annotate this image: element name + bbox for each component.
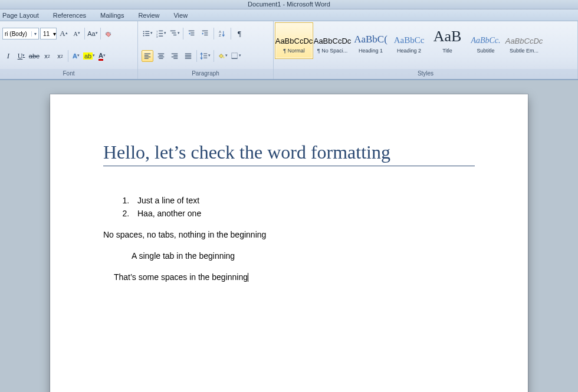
style-tile-subtitle[interactable]: AaBbCc.Subtitle — [467, 22, 505, 59]
numbering-icon: 123 — [156, 29, 164, 38]
document-title[interactable]: Hello, let’s check the word formatting — [103, 141, 475, 166]
svg-point-2 — [143, 33, 144, 34]
style-preview: AaBbCc — [394, 28, 425, 45]
svg-rect-10 — [159, 31, 163, 31]
line-spacing-button[interactable]: ▾ — [199, 50, 211, 62]
svg-rect-31 — [159, 58, 163, 59]
clear-formatting-button[interactable] — [103, 28, 114, 39]
style-tile--no-spaci-[interactable]: AaBbCcDc¶ No Spaci... — [313, 22, 352, 59]
shrink-font-button[interactable]: A▾ — [71, 28, 83, 39]
align-left-icon — [143, 52, 152, 60]
svg-rect-27 — [144, 58, 149, 59]
style-preview: AaBbCcDc — [314, 28, 352, 45]
ribbon-tabs: Page Layout References Mailings Review V… — [0, 9, 578, 21]
svg-rect-28 — [158, 54, 165, 54]
svg-rect-42 — [203, 58, 207, 58]
svg-rect-38 — [185, 57, 192, 57]
font-color-button[interactable]: A▾ — [96, 50, 108, 62]
svg-text:3: 3 — [156, 35, 158, 38]
dropdown-icon: ▾ — [31, 31, 38, 37]
sort-button[interactable]: AZ — [216, 28, 228, 39]
tab-references[interactable]: References — [53, 12, 86, 19]
style-caption: Subtle Em... — [505, 48, 543, 54]
shading-button[interactable]: ▾ — [216, 50, 228, 62]
svg-rect-4 — [145, 31, 149, 32]
subscript-button[interactable]: x2 — [41, 50, 53, 62]
numbering-button[interactable]: 123▾ — [155, 28, 167, 39]
align-justify-icon — [184, 52, 192, 60]
tab-mailings[interactable]: Mailings — [100, 12, 124, 19]
style-caption: Heading 2 — [390, 48, 428, 54]
svg-point-1 — [143, 31, 144, 32]
bullets-button[interactable]: ▾ — [142, 28, 153, 39]
svg-point-43 — [223, 57, 225, 58]
svg-rect-41 — [203, 55, 207, 56]
style-tile-heading-1[interactable]: AaBbC(Heading 1 — [352, 22, 390, 59]
tab-view[interactable]: View — [173, 12, 188, 19]
style-preview: AaBbCc. — [471, 28, 500, 45]
increase-indent-button[interactable] — [199, 28, 211, 39]
superscript-button[interactable]: x2 — [54, 50, 66, 62]
list-item[interactable]: Just a line of text — [132, 196, 475, 205]
grow-font-button[interactable]: A▴ — [58, 28, 70, 39]
svg-rect-32 — [172, 54, 178, 54]
svg-rect-12 — [159, 36, 163, 37]
svg-rect-21 — [204, 35, 208, 35]
decrease-indent-button[interactable] — [186, 28, 198, 39]
text-effects-button[interactable]: A▾ — [70, 50, 82, 62]
svg-rect-29 — [159, 55, 163, 55]
window-title: Document1 - Microsoft Word — [0, 0, 578, 8]
style-caption: ¶ Normal — [275, 48, 313, 54]
highlight-button[interactable]: ab▾ — [83, 50, 95, 62]
svg-rect-14 — [172, 32, 176, 33]
svg-point-3 — [143, 35, 144, 36]
style-tile-heading-2[interactable]: AaBbCcHeading 2 — [390, 22, 428, 59]
document-page[interactable]: Hello, let’s check the word formatting J… — [50, 94, 528, 392]
font-family-combo[interactable]: ri (Body) ▾ — [2, 28, 39, 39]
font-size-value: 11 — [43, 31, 50, 37]
style-tile-title[interactable]: AaBTitle — [428, 22, 467, 59]
text-cursor — [248, 273, 248, 282]
tab-page-layout[interactable]: Page Layout — [2, 12, 39, 19]
align-center-button[interactable] — [155, 50, 167, 62]
ribbon: ri (Body) ▾ 11 ▾ A▴ A▾ Aa▾ I U▾ ab — [0, 21, 578, 80]
ribbon-group-font: ri (Body) ▾ 11 ▾ A▴ A▾ Aa▾ I U▾ ab — [0, 21, 138, 79]
borders-button[interactable]: ▾ — [230, 50, 242, 62]
style-tile-subtle-em-[interactable]: AaBbCcDcSubtle Em... — [505, 22, 543, 59]
align-right-button[interactable] — [169, 50, 180, 62]
svg-rect-6 — [145, 35, 149, 36]
paragraph-spaces[interactable]: That’s some spaces in the beginning — [103, 272, 475, 282]
show-paragraph-marks-button[interactable]: ¶ — [234, 28, 245, 39]
strikethrough-button[interactable]: abe — [28, 50, 40, 62]
window-titlebar: Document1 - Microsoft Word — [0, 0, 578, 9]
align-left-button[interactable] — [142, 50, 153, 62]
svg-rect-13 — [170, 31, 176, 31]
document-body[interactable]: Just a line of text Haa, another one No … — [103, 196, 475, 282]
line-spacing-icon — [200, 52, 208, 60]
underline-button[interactable]: U▾ — [15, 50, 27, 62]
ribbon-group-styles: AaBbCcDc¶ NormalAaBbCcDc¶ No Spaci...AaB… — [274, 21, 578, 79]
style-caption: ¶ No Spaci... — [314, 48, 351, 54]
style-tile--normal[interactable]: AaBbCcDc¶ Normal — [275, 22, 313, 59]
multilevel-icon — [169, 29, 178, 38]
svg-rect-33 — [173, 55, 178, 55]
multilevel-button[interactable]: ▾ — [169, 28, 180, 39]
style-caption: Subtitle — [467, 48, 504, 54]
dropdown-icon: ▾ — [53, 31, 56, 37]
document-area[interactable]: Hello, let’s check the word formatting J… — [0, 80, 578, 392]
style-caption: Heading 1 — [352, 48, 389, 54]
style-preview: AaB — [434, 28, 462, 45]
paragraph-tab[interactable]: A single tab in the beginning — [103, 251, 475, 261]
svg-rect-17 — [191, 32, 194, 33]
change-case-button[interactable]: Aa▾ — [87, 28, 98, 39]
paragraph-no-space[interactable]: No spaces, no tabs, nothing in the begin… — [103, 230, 475, 239]
tab-review[interactable]: Review — [138, 12, 159, 19]
align-justify-button[interactable] — [182, 50, 194, 62]
svg-rect-11 — [159, 33, 163, 34]
list-item[interactable]: Haa, another one — [132, 209, 475, 218]
font-group-label: Font — [0, 69, 137, 79]
svg-rect-15 — [173, 35, 176, 35]
svg-rect-45 — [232, 58, 238, 59]
italic-button[interactable]: I — [2, 50, 14, 62]
font-size-combo[interactable]: 11 ▾ — [40, 28, 57, 39]
